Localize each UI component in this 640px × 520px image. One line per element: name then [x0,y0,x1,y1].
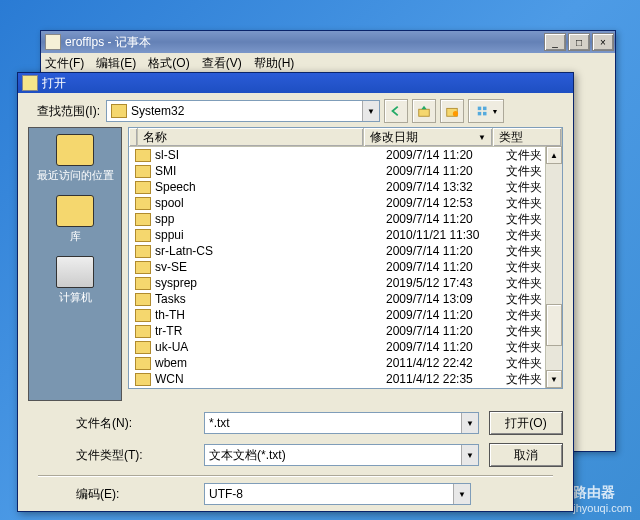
dialog-title: 打开 [42,75,66,92]
list-item[interactable]: sppui2010/11/21 11:30文件夹 [129,227,562,243]
recent-icon [56,134,94,166]
encoding-label: 编码(E): [28,486,204,503]
open-button[interactable]: 打开(O) [489,411,563,435]
file-name: spp [155,212,382,226]
scroll-up-button[interactable]: ▲ [546,146,562,164]
chevron-down-icon[interactable]: ▼ [362,101,379,121]
column-date[interactable]: 修改日期▼ [364,128,493,146]
cancel-button[interactable]: 取消 [489,443,563,467]
places-bar: 最近访问的位置 库 计算机 [28,127,122,401]
file-name: uk-UA [155,340,382,354]
file-name: wbem [155,356,382,370]
menu-help[interactable]: 帮助(H) [254,55,295,72]
list-item[interactable]: sl-SI2009/7/14 11:20文件夹 [129,147,562,163]
file-name: spool [155,196,382,210]
file-name: th-TH [155,308,382,322]
menu-edit[interactable]: 编辑(E) [96,55,136,72]
separator [38,475,553,477]
folder-icon [135,293,151,306]
file-date: 2009/7/14 12:53 [382,196,502,210]
file-date: 2009/7/14 11:20 [382,164,502,178]
file-name: sl-SI [155,148,382,162]
chevron-down-icon: ▼ [492,108,499,115]
folder-icon [135,357,151,370]
chevron-down-icon[interactable]: ▼ [461,413,478,433]
file-list[interactable]: 名称 修改日期▼ 类型 sl-SI2009/7/14 11:20文件夹SMI20… [128,127,563,389]
scroll-down-button[interactable]: ▼ [546,370,562,388]
filename-label: 文件名(N): [28,415,204,432]
list-item[interactable]: Tasks2009/7/14 13:09文件夹 [129,291,562,307]
list-item[interactable]: th-TH2009/7/14 11:20文件夹 [129,307,562,323]
filetype-combo[interactable]: 文本文档(*.txt) ▼ [204,444,479,466]
back-button[interactable] [384,99,408,123]
file-name: sv-SE [155,260,382,274]
file-name: sysprep [155,276,382,290]
folder-icon [135,373,151,386]
file-date: 2009/7/14 11:20 [382,308,502,322]
computer-icon [56,256,94,288]
menu-file[interactable]: 文件(F) [45,55,84,72]
chevron-down-icon[interactable]: ▼ [461,445,478,465]
list-item[interactable]: spp2009/7/14 11:20文件夹 [129,211,562,227]
place-computer-label: 计算机 [56,290,94,305]
look-in-value: System32 [131,104,184,118]
maximize-button[interactable]: □ [568,33,590,51]
svg-rect-6 [483,112,487,116]
new-folder-button[interactable] [440,99,464,123]
file-name: tr-TR [155,324,382,338]
column-stub [129,128,138,146]
folder-icon [135,325,151,338]
list-item[interactable]: spool2009/7/14 12:53文件夹 [129,195,562,211]
list-item[interactable]: tr-TR2009/7/14 11:20文件夹 [129,323,562,339]
column-name[interactable]: 名称 [137,128,364,146]
dialog-titlebar[interactable]: 打开 [18,73,573,93]
file-date: 2009/7/14 11:20 [382,244,502,258]
folder-icon [135,341,151,354]
look-in-label: 查找范围(I): [28,103,106,120]
list-item[interactable]: SMI2009/7/14 11:20文件夹 [129,163,562,179]
list-item[interactable]: wbem2011/4/12 22:42文件夹 [129,355,562,371]
close-button[interactable]: × [592,33,614,51]
filename-input[interactable]: *.txt ▼ [204,412,479,434]
list-item[interactable]: sr-Latn-CS2009/7/14 11:20文件夹 [129,243,562,259]
svg-point-2 [453,111,458,116]
file-name: Speech [155,180,382,194]
file-date: 2009/7/14 11:20 [382,340,502,354]
list-item[interactable]: sv-SE2009/7/14 11:20文件夹 [129,259,562,275]
folder-icon [135,165,151,178]
folder-icon [135,261,151,274]
encoding-combo[interactable]: UTF-8 ▼ [204,483,471,505]
file-name: sr-Latn-CS [155,244,382,258]
menu-format[interactable]: 格式(O) [148,55,189,72]
chevron-down-icon[interactable]: ▼ [453,484,470,504]
list-item[interactable]: WCN2011/4/12 22:35文件夹 [129,371,562,387]
scroll-thumb[interactable] [546,304,562,346]
column-type[interactable]: 类型 [493,128,562,146]
notepad-menubar: 文件(F) 编辑(E) 格式(O) 查看(V) 帮助(H) [41,53,615,73]
minimize-button[interactable]: _ [544,33,566,51]
filename-value: *.txt [209,416,230,430]
up-button[interactable] [412,99,436,123]
place-recent[interactable]: 最近访问的位置 [37,134,114,183]
folder-icon [135,181,151,194]
file-date: 2009/7/14 13:32 [382,180,502,194]
place-recent-label: 最近访问的位置 [37,168,114,183]
place-library-label: 库 [56,229,94,244]
list-item[interactable]: sysprep2019/5/12 17:43文件夹 [129,275,562,291]
menu-view[interactable]: 查看(V) [202,55,242,72]
file-date: 2019/5/12 17:43 [382,276,502,290]
watermark-brand: 路由器 [573,484,632,502]
scrollbar[interactable]: ▲ ▼ [545,146,562,388]
folder-icon [22,75,38,91]
place-library[interactable]: 库 [56,195,94,244]
view-menu-button[interactable]: ▼ [468,99,504,123]
notepad-titlebar[interactable]: erofflps - 记事本 _ □ × [41,31,615,53]
open-dialog: 打开 查找范围(I): System32 ▼ ▼ 最近访问的位置 [17,72,574,512]
place-computer[interactable]: 计算机 [56,256,94,305]
list-item[interactable]: Speech2009/7/14 13:32文件夹 [129,179,562,195]
file-date: 2011/4/12 22:42 [382,356,502,370]
folder-icon [135,277,151,290]
look-in-combo[interactable]: System32 ▼ [106,100,380,122]
encoding-value: UTF-8 [209,487,243,501]
list-item[interactable]: uk-UA2009/7/14 11:20文件夹 [129,339,562,355]
